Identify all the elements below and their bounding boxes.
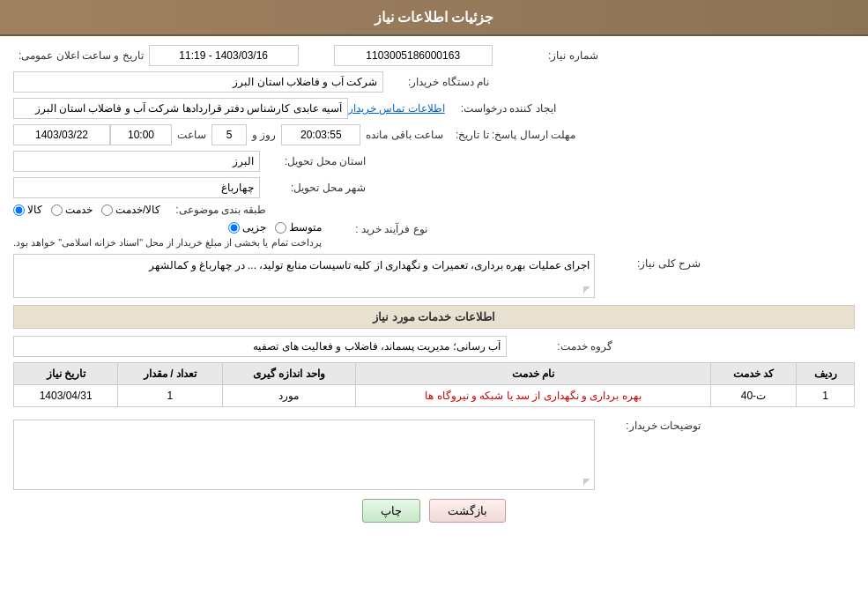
services-table: ردیف کد خدمت نام خدمت واحد اندازه گیری ت… xyxy=(13,362,855,407)
response-days-input[interactable] xyxy=(211,124,247,145)
response-time-input[interactable] xyxy=(110,124,172,145)
purchase-type-note: پرداخت تمام یا بخشی از مبلغ خریدار از مح… xyxy=(13,237,322,249)
radio-jozvi-label: جزیی xyxy=(242,221,266,234)
buyer-notes-label: توضیحات خریدار: xyxy=(595,416,701,432)
service-group-input[interactable] xyxy=(13,336,507,357)
col-code: کد خدمت xyxy=(710,363,796,385)
buyer-org-input[interactable] xyxy=(13,71,383,93)
description-text: اجرای عملیات بهره برداری، تعمیرات و نگهد… xyxy=(149,259,590,271)
creator-input[interactable] xyxy=(13,98,348,119)
col-row: ردیف xyxy=(797,363,855,385)
cell-quantity: 1 xyxy=(118,385,222,407)
city-label: شهر محل تحویل: xyxy=(260,182,366,194)
remaining-time-input[interactable] xyxy=(281,124,360,145)
description-label: شرح کلی نیاز: xyxy=(595,254,701,270)
col-service: نام خدمت xyxy=(356,363,711,385)
radio-kala-khadamat-label: کالا/خدمت xyxy=(115,204,160,216)
radio-jozvi[interactable] xyxy=(228,222,240,234)
need-number-label: شماره نیاز: xyxy=(493,49,598,62)
response-date-input[interactable] xyxy=(13,124,110,145)
creator-contact-link[interactable]: اطلاعات تماس خریدار xyxy=(348,102,445,115)
service-info-section-title: اطلاعات خدمات مورد نیاز xyxy=(13,305,855,329)
time-label: ساعت xyxy=(177,129,206,141)
category-radio-group: کالا/خدمت خدمت کالا xyxy=(13,204,160,216)
resize-handle[interactable] xyxy=(583,286,592,295)
radio-khadamat-label: خدمت xyxy=(65,204,93,216)
service-group-label: گروه خدمت: xyxy=(507,340,612,353)
remaining-label-text: ساعت باقی مانده xyxy=(366,129,443,141)
cell-service: بهره برداری و نگهداری از سد یا شبکه و نی… xyxy=(356,385,711,407)
need-number-input[interactable] xyxy=(334,45,493,66)
radio-kala-khadamat[interactable] xyxy=(101,204,113,216)
purchase-type-label: نوع فرآیند خرید : xyxy=(322,221,427,235)
col-unit: واحد اندازه گیری xyxy=(222,363,355,385)
back-button[interactable]: بازگشت xyxy=(429,499,506,523)
creator-label: ایجاد کننده درخواست: xyxy=(450,102,556,115)
cell-unit: مورد xyxy=(222,385,355,407)
cell-date: 1403/04/31 xyxy=(14,385,118,407)
radio-kala[interactable] xyxy=(13,204,25,216)
cell-row: 1 xyxy=(797,385,855,407)
action-buttons: بازگشت چاپ xyxy=(13,499,855,523)
col-date: تاریخ نیاز xyxy=(14,363,118,385)
province-input[interactable] xyxy=(13,151,260,172)
buyer-org-label: نام دستگاه خریدار: xyxy=(383,76,489,88)
col-quantity: تعداد / مقدار xyxy=(118,363,222,385)
city-input[interactable] xyxy=(13,177,260,198)
radio-khadamat[interactable] xyxy=(51,204,63,216)
announcement-date-input[interactable] xyxy=(149,45,299,66)
radio-mottaset-label: متوسط xyxy=(289,221,322,234)
province-label: استان محل تحویل: xyxy=(260,155,366,167)
response-deadline-label: مهلت ارسال پاسخ: تا تاریخ: xyxy=(449,129,575,141)
radio-kala-label: کالا xyxy=(27,204,42,216)
notes-resize-handle[interactable] xyxy=(583,479,592,487)
day-label: روز و xyxy=(252,129,276,141)
page-title: جزئیات اطلاعات نیاز xyxy=(375,10,494,25)
table-row: 1 ت-40 بهره برداری و نگهداری از سد یا شب… xyxy=(14,385,855,407)
buyer-notes-container xyxy=(13,420,595,490)
cell-code: ت-40 xyxy=(710,385,796,407)
page-header: جزئیات اطلاعات نیاز xyxy=(0,0,868,36)
print-button[interactable]: چاپ xyxy=(362,499,420,523)
category-label: طبقه بندی موضوعی: xyxy=(160,204,266,216)
radio-mottaset[interactable] xyxy=(275,222,286,234)
announcement-date-label: تاریخ و ساعت اعلان عمومی: xyxy=(13,49,149,62)
